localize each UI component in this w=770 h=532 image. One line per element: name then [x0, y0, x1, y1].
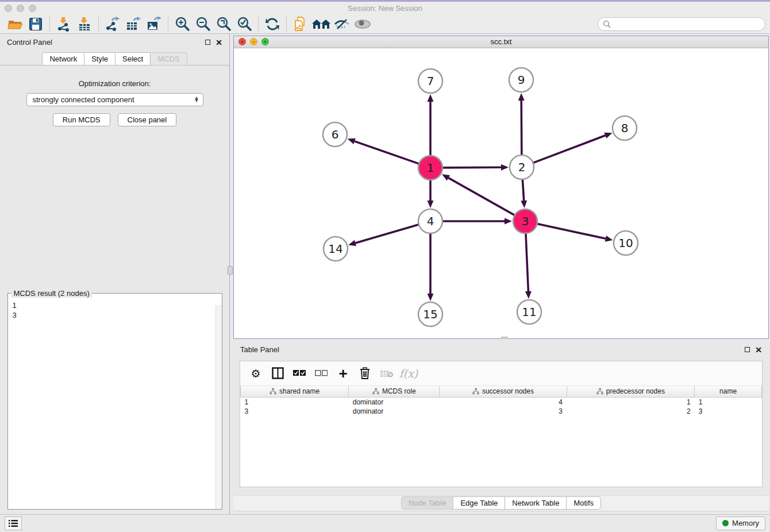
tab-select[interactable]: Select — [116, 52, 151, 65]
refresh-view-button[interactable] — [262, 16, 283, 33]
network-canvas[interactable]: 7968124314101511 — [234, 48, 768, 338]
result-scrollbar[interactable] — [215, 305, 222, 509]
open-folder-icon — [7, 17, 22, 32]
graph-edge-1-2[interactable] — [442, 167, 501, 168]
export-image-button[interactable] — [144, 16, 164, 33]
zoom-selected-button[interactable] — [234, 16, 255, 33]
table-cell[interactable]: 1 — [241, 398, 349, 407]
zoom-in-icon — [175, 16, 190, 32]
tab-motifs[interactable]: Motifs — [567, 496, 601, 510]
deselect-all-rows-button[interactable] — [311, 364, 331, 383]
graph-edge-2-9[interactable] — [521, 101, 522, 156]
table-panel: Table Panel ✕ ⚙ — [233, 341, 769, 511]
table-row[interactable]: 1dominator411 — [241, 398, 762, 407]
column-header-name[interactable]: name — [695, 386, 762, 398]
toolbar-separator — [49, 17, 50, 32]
graph-node-label: 3 — [522, 214, 529, 228]
tab-node-table[interactable]: Node Table — [401, 496, 454, 510]
table-cell[interactable]: 3 — [241, 407, 349, 416]
table-cell[interactable]: 4 — [440, 398, 567, 407]
export-table-icon — [126, 17, 141, 32]
column-header-shared-name[interactable]: shared name — [241, 386, 349, 398]
table-settings-button[interactable]: ⚙ — [246, 364, 265, 383]
network-window-titlebar[interactable]: × − + scc.txt — [234, 36, 768, 48]
close-table-panel-icon[interactable]: ✕ — [755, 346, 762, 354]
graph-edge-3-10[interactable] — [537, 223, 606, 238]
table-panel-title: Table Panel — [240, 345, 279, 354]
delete-column-button[interactable] — [355, 364, 375, 383]
import-network-button[interactable] — [53, 16, 74, 33]
application-window: Session: New Session — [0, 0, 770, 532]
add-column-button[interactable]: + — [333, 364, 353, 383]
graph-arrowhead — [428, 294, 434, 301]
close-panel-icon[interactable]: ✕ — [215, 38, 222, 47]
table-cell[interactable]: 2 — [567, 407, 695, 416]
table-row[interactable]: 3dominator323 — [241, 407, 762, 416]
memory-status-icon — [722, 520, 729, 526]
zoom-selected-icon — [237, 16, 252, 32]
panel-splitter-grip[interactable] — [228, 266, 233, 275]
tab-style[interactable]: Style — [84, 52, 116, 65]
tab-mcds[interactable]: MCDS — [151, 52, 187, 65]
network-view-window: × − + scc.txt 7968124314101511 — [233, 36, 769, 339]
show-view-button[interactable] — [352, 16, 373, 33]
export-table-button[interactable] — [123, 16, 144, 33]
graph-edge-2-3[interactable] — [522, 179, 523, 201]
table-cell[interactable]: 1 — [567, 398, 695, 407]
show-all-views-button[interactable] — [311, 16, 332, 33]
table-tabs: Node Table Edge Table Network Table Moti… — [401, 496, 601, 510]
float-panel-icon[interactable] — [205, 40, 210, 45]
float-table-panel-icon[interactable] — [745, 347, 750, 352]
function-builder-button[interactable]: f(x) — [399, 364, 418, 383]
table-cell[interactable]: 1 — [695, 398, 762, 407]
graph-edge-3-11[interactable] — [526, 233, 529, 291]
zoom-fit-button[interactable] — [213, 16, 234, 33]
column-header-mcds-role[interactable]: MCDS role — [349, 386, 440, 398]
column-visibility-button[interactable] — [268, 364, 287, 383]
mcds-result-legend: MCDS result (2 nodes) — [11, 289, 92, 298]
search-input[interactable] — [614, 20, 760, 28]
table-cell[interactable]: 3 — [440, 407, 567, 416]
run-mcds-button[interactable]: Run MCDS — [53, 113, 110, 126]
table-cell[interactable]: 3 — [695, 407, 762, 416]
close-panel-button[interactable]: Close panel — [118, 113, 177, 126]
column-header-successor-nodes[interactable]: successor nodes — [440, 386, 567, 398]
graph-edge-1-6[interactable] — [355, 141, 419, 164]
table-cell[interactable]: dominator — [349, 407, 440, 416]
graph-edge-2-8[interactable] — [533, 136, 606, 163]
mcds-tab-body: Optimization criterion: strongly connect… — [0, 65, 229, 514]
criterion-selected-value: strongly connected component — [33, 95, 134, 104]
tab-network-table[interactable]: Network Table — [505, 496, 567, 510]
select-all-rows-button[interactable] — [290, 364, 309, 383]
tree-icon — [372, 388, 379, 395]
graph-node-label: 8 — [621, 121, 629, 135]
graph-edge-4-14[interactable] — [356, 224, 419, 242]
zoom-in-button[interactable] — [172, 16, 192, 33]
mcds-result-line: 3 — [13, 310, 217, 320]
tab-edge-table[interactable]: Edge Table — [453, 496, 505, 510]
task-history-button[interactable] — [5, 516, 22, 530]
memory-button[interactable]: Memory — [716, 516, 765, 530]
graph-node-label: 1 — [427, 161, 434, 175]
zoom-out-button[interactable] — [192, 16, 213, 33]
network-resize-grip[interactable] — [501, 337, 508, 339]
list-icon — [8, 519, 18, 528]
search-field[interactable] — [598, 17, 765, 31]
graph-edge-3-1[interactable] — [448, 178, 515, 215]
copy-network-view-button[interactable] — [290, 16, 311, 33]
tab-network[interactable]: Network — [42, 52, 84, 65]
network-graph[interactable]: 7968124314101511 — [234, 48, 767, 336]
delete-table-button[interactable] — [377, 364, 396, 383]
criterion-select[interactable]: strongly connected component ▲▼ — [26, 93, 203, 106]
open-session-button[interactable] — [5, 16, 25, 33]
hide-view-button[interactable] — [332, 16, 352, 33]
network-window-title: scc.txt — [234, 37, 768, 46]
checked-boxes-icon — [293, 370, 306, 376]
export-network-button[interactable] — [102, 16, 123, 33]
import-table-button[interactable] — [74, 16, 95, 33]
column-header-predecessor-nodes[interactable]: predecessor nodes — [567, 386, 695, 398]
table-cell[interactable]: dominator — [349, 398, 440, 407]
graph-node-label: 2 — [518, 160, 526, 174]
save-session-button[interactable] — [25, 16, 46, 33]
graph-arrowhead — [348, 240, 356, 246]
